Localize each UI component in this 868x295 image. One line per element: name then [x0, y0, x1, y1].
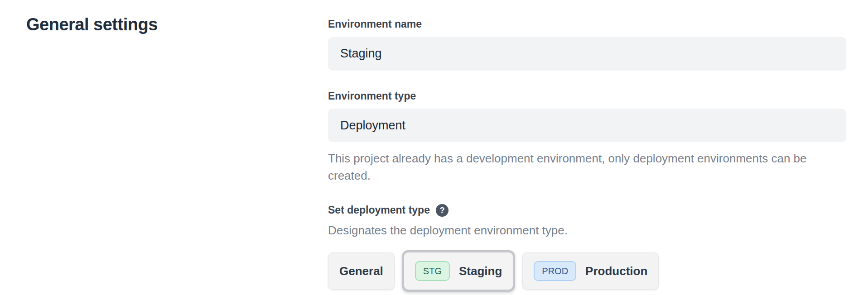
environment-name-label: Environment name — [328, 18, 868, 31]
production-option-label: Production — [585, 264, 647, 278]
set-deployment-type-label: Set deployment type — [328, 204, 430, 217]
prod-badge: PROD — [534, 261, 576, 281]
deployment-type-options: General STG Staging PROD Production — [328, 250, 868, 292]
environment-type-help-text: This project already has a development e… — [328, 150, 849, 184]
stg-badge: STG — [415, 261, 450, 281]
page-title: General settings — [26, 14, 328, 36]
settings-form: Environment name Environment type This p… — [328, 0, 868, 292]
deployment-type-option-staging[interactable]: STG Staging — [402, 250, 515, 292]
environment-type-group: Environment type This project already ha… — [328, 90, 868, 185]
environment-name-group: Environment name — [328, 18, 868, 71]
deployment-type-description: Designates the deployment environment ty… — [328, 223, 868, 238]
question-mark-help-icon[interactable]: ? — [436, 204, 448, 217]
settings-section-header: General settings — [0, 0, 328, 36]
deployment-type-group: Set deployment type ? Designates the dep… — [328, 204, 868, 292]
environment-type-input[interactable] — [328, 109, 846, 142]
environment-type-label: Environment type — [328, 90, 868, 103]
general-option-label: General — [339, 264, 383, 278]
deployment-type-option-production[interactable]: PROD Production — [522, 252, 659, 290]
environment-name-input[interactable] — [328, 37, 846, 71]
deployment-type-label-row: Set deployment type ? — [328, 204, 868, 217]
staging-option-label: Staging — [459, 264, 502, 278]
general-settings-page: General settings Environment name Enviro… — [0, 0, 868, 292]
deployment-type-option-general[interactable]: General — [328, 252, 395, 290]
